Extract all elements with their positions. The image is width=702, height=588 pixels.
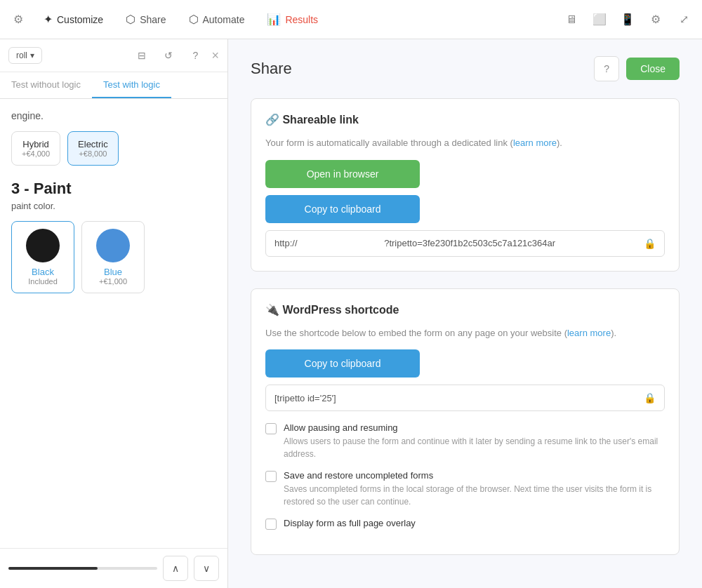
shareable-link-title: 🔗 Shareable link: [265, 113, 665, 126]
checkbox2-desc: Saves uncompleted forms in the local sto…: [284, 483, 665, 508]
color-black[interactable]: Black Included: [11, 221, 74, 293]
results-icon: 📊: [267, 13, 281, 26]
copy-clipboard-btn-2[interactable]: Copy to clipboard: [265, 349, 420, 377]
lock-icon: 🔒: [644, 238, 656, 249]
toolbar: roll ▾ ⊟ ↺ ? ×: [0, 39, 227, 72]
share-title: Share: [251, 60, 292, 78]
settings2-icon-btn[interactable]: ⚙: [643, 7, 668, 32]
scroll-btn[interactable]: roll ▾: [8, 47, 42, 64]
nav-customize[interactable]: ✦ Customize: [34, 7, 113, 32]
checkbox1-desc: Allows users to pause the form and conti…: [284, 435, 665, 460]
wordpress-shortcode-title: 🔌 WordPress shortcode: [265, 303, 665, 316]
tabs-row: Test without logic Test with logic: [0, 72, 227, 99]
refresh-icon-btn[interactable]: ↺: [158, 45, 179, 66]
progress-bar: [8, 567, 157, 570]
open-browser-btn[interactable]: Open in browser: [265, 160, 420, 188]
color-options: Black Included Blue +€1,000: [11, 221, 216, 293]
checkbox-row-2: Save and restore uncompleted forms Saves…: [265, 470, 665, 508]
checkbox-full-page-overlay[interactable]: [265, 519, 277, 530]
checkbox-row-1: Allow pausing and resuming Allows users …: [265, 422, 665, 460]
url-text: http:// ?tripetto=3fe230f1b2c503c5c7a121…: [274, 238, 638, 248]
share-header-actions: ? Close: [594, 56, 680, 81]
left-panel: roll ▾ ⊟ ↺ ? × Test without logic Test w…: [0, 39, 228, 588]
blue-swatch: [96, 229, 130, 262]
shortcode-text: [tripetto id='25']: [274, 393, 638, 403]
engine-options: Hybrid +€4,000 Electric +€8,000: [11, 131, 216, 166]
tab-with-logic[interactable]: Test with logic: [92, 72, 171, 98]
right-panel: Share ? Close 🔗 Shareable link Your form…: [228, 39, 702, 588]
copy-clipboard-btn-1[interactable]: Copy to clipboard: [265, 195, 420, 223]
close-icon-btn[interactable]: ×: [211, 48, 219, 63]
black-swatch: [26, 229, 60, 262]
shareable-link-card: 🔗 Shareable link Your form is automatica…: [251, 98, 680, 272]
mobile-icon-btn[interactable]: 📱: [615, 7, 640, 32]
share-help-btn[interactable]: ?: [594, 56, 619, 81]
option-hybrid[interactable]: Hybrid +€4,000: [11, 131, 60, 166]
shortcode-lock-icon: 🔒: [644, 392, 656, 403]
help-icon-btn[interactable]: ?: [185, 45, 206, 66]
shareable-learn-more-link[interactable]: learn more: [513, 138, 557, 148]
wordpress-shortcode-card: 🔌 WordPress shortcode Use the shortcode …: [251, 288, 680, 556]
color-blue[interactable]: Blue +€1,000: [81, 221, 145, 293]
nav-results[interactable]: 📊 Results: [257, 7, 328, 32]
share-header: Share ? Close: [251, 56, 680, 81]
share-icon: ⬡: [126, 13, 135, 26]
customize-icon: ✦: [44, 13, 53, 26]
settings-icon-btn[interactable]: ⚙: [6, 7, 31, 32]
nav-automate[interactable]: ⬡ Automate: [179, 7, 255, 32]
checkbox2-label: Save and restore uncompleted forms: [284, 470, 665, 481]
tablet-icon-btn[interactable]: ⬜: [587, 7, 612, 32]
url-row: http:// ?tripetto=3fe230f1b2c503c5c7a121…: [265, 230, 665, 257]
preview-engine-text: engine.: [11, 110, 216, 121]
left-content: engine. Hybrid +€4,000 Electric +€8,000 …: [0, 99, 227, 548]
paint-section-title: 3 - Paint: [11, 180, 216, 198]
prev-btn[interactable]: ∧: [163, 556, 188, 581]
duplicate-icon-btn[interactable]: ⊟: [131, 45, 152, 66]
paint-section-sub: paint color.: [11, 201, 216, 211]
shortcode-row: [tripetto id='25'] 🔒: [265, 385, 665, 411]
tab-without-logic[interactable]: Test without logic: [0, 72, 92, 98]
next-btn[interactable]: ∨: [194, 556, 219, 581]
shareable-link-desc: Your form is automatically available thr…: [265, 136, 665, 150]
automate-icon: ⬡: [189, 13, 199, 26]
progress-fill: [8, 567, 98, 570]
wordpress-learn-more-link[interactable]: learn more: [567, 328, 611, 338]
checkbox3-label: Display form as full page overlay: [284, 518, 665, 528]
checkbox-save-restore[interactable]: [265, 471, 277, 482]
desktop-icon-btn[interactable]: 🖥: [559, 7, 584, 32]
checkbox-pause-resume[interactable]: [265, 423, 277, 434]
wordpress-shortcode-desc: Use the shortcode below to embed the for…: [265, 326, 665, 340]
expand-icon-btn[interactable]: ⤢: [671, 7, 696, 32]
checkbox-row-3: Display form as full page overlay: [265, 518, 665, 530]
option-electric[interactable]: Electric +€8,000: [67, 131, 119, 166]
share-close-btn[interactable]: Close: [626, 58, 680, 80]
checkbox1-label: Allow pausing and resuming: [284, 422, 665, 433]
bottom-nav: ∧ ∨: [0, 548, 227, 588]
top-nav: ⚙ ✦ Customize ⬡ Share ⬡ Automate 📊 Resul…: [0, 0, 702, 39]
chevron-down-icon: ▾: [30, 51, 34, 60]
nav-share[interactable]: ⬡ Share: [116, 7, 176, 32]
